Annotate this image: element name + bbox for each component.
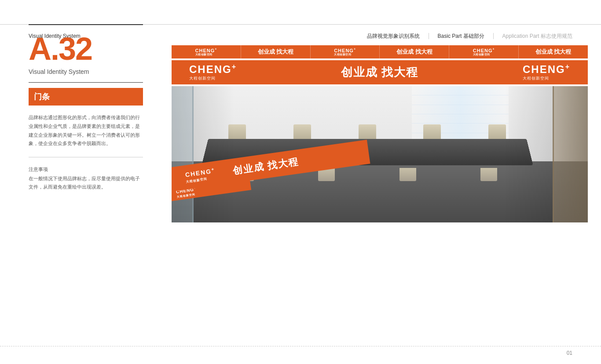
page-number: A.32 [29, 33, 143, 65]
section-title: 门条 [29, 88, 143, 106]
body-text: 品牌标志通过图形化的形式，向消费者传递我们的行业属性和企业气质，是品牌要素的主要… [29, 113, 143, 148]
banner-logo-large-right: CHENG+ 大程创新空间 [523, 63, 570, 81]
banner-logo-2: CHENG+ 大程创新空间 [334, 47, 356, 56]
banner-seg-5: CHENG+ 大程创新空间 [449, 45, 519, 58]
banner-seg-3: CHENG+ 大程创新空间 [311, 45, 380, 58]
banner-logo-large-left: CHENG+ 大程创新空间 [189, 63, 237, 81]
footer-border [0, 346, 601, 346]
main-content: CHENG+ 大程创新空间 创业成 找大程 CHENG+ 大程创新空间 创业成 … [172, 24, 588, 340]
banner-seg-2: 创业成 找大程 [241, 45, 311, 58]
glass-panel-left [172, 86, 194, 222]
note-title: 注意事项 [29, 166, 143, 173]
chairs-row-top [205, 124, 530, 140]
banner-row-top: CHENG+ 大程创新空间 创业成 找大程 CHENG+ 大程创新空间 创业成 … [172, 45, 588, 58]
conference-room-photo: CHENG+ 大程创新空间 创业成 找大程 CHENG+ 大程创新空间 [172, 86, 588, 222]
note-text: 在一般情况下使用品牌标志，应尽量使用提供的电子文件，从而避免在重绘中出现误差。 [29, 175, 143, 191]
page-subtitle: Visual Identity System [29, 68, 143, 75]
banner-seg-4: 创业成 找大程 [380, 45, 449, 58]
banner-slogan-large: 创业成 找大程 [341, 65, 419, 80]
banner-seg-1: CHENG+ 大程创新空间 [172, 45, 241, 58]
glass-panel-right [553, 86, 588, 222]
footer-page-number: 01 [567, 350, 572, 356]
banners-area: CHENG+ 大程创新空间 创业成 找大程 CHENG+ 大程创新空间 创业成 … [172, 45, 588, 222]
left-panel: A.32 Visual Identity System 门条 品牌标志通过图形化… [29, 24, 143, 340]
banner-logo-3: CHENG+ 大程创新空间 [473, 47, 495, 56]
title-divider [29, 82, 143, 83]
banner-seg-6: 创业成 找大程 [519, 45, 588, 58]
body-divider [29, 157, 143, 157]
banner-logo-1: CHENG+ 大程创新空间 [195, 47, 217, 56]
diagonal-banner-slogan: 创业成 找大程 [232, 155, 300, 178]
banner-row-large: CHENG+ 大程创新空间 创业成 找大程 CHENG+ 大程创新空间 [172, 60, 588, 84]
